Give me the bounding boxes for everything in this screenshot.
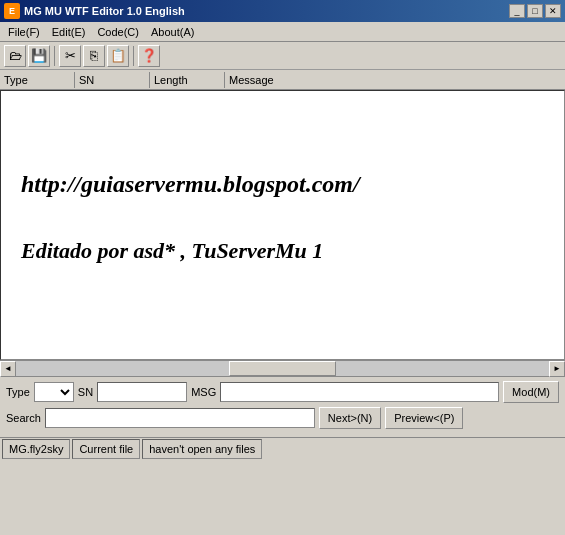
- form-area: Type SN MSG Mod(M) Search Next>(N) Previ…: [0, 376, 565, 437]
- sn-label: SN: [78, 386, 93, 398]
- maximize-button[interactable]: □: [527, 4, 543, 18]
- status-file-info: haven't open any files: [142, 439, 262, 459]
- toolbar-separator-2: [133, 46, 134, 66]
- paste-button[interactable]: 📋: [107, 45, 129, 67]
- search-input[interactable]: [45, 408, 315, 428]
- save-button[interactable]: 💾: [28, 45, 50, 67]
- msg-input[interactable]: [220, 382, 499, 402]
- form-row-2: Search Next>(N) Preview<(P): [6, 407, 559, 429]
- open-button[interactable]: 🗁: [4, 45, 26, 67]
- help-button[interactable]: ❓: [138, 45, 160, 67]
- cut-button[interactable]: ✂: [59, 45, 81, 67]
- title-controls: _ □ ✕: [509, 4, 561, 18]
- col-header-length: Length: [150, 72, 225, 88]
- watermark-url: http://guiaservermu.blogspot.com/: [21, 171, 544, 198]
- status-bar: MG.fly2sky Current file haven't open any…: [0, 437, 565, 459]
- title-bar-left: E MG MU WTF Editor 1.0 English: [4, 3, 185, 19]
- col-header-sn: SN: [75, 72, 150, 88]
- main-content[interactable]: http://guiaservermu.blogspot.com/ Editad…: [1, 91, 564, 359]
- type-label: Type: [6, 386, 30, 398]
- app-icon: E: [4, 3, 20, 19]
- help-icon: ❓: [141, 48, 157, 63]
- type-dropdown[interactable]: [34, 382, 74, 402]
- col-header-type: Type: [0, 72, 75, 88]
- cut-icon: ✂: [65, 48, 76, 63]
- col-header-message: Message: [225, 72, 565, 88]
- copy-icon: ⎘: [90, 48, 98, 63]
- msg-label: MSG: [191, 386, 216, 398]
- hscroll-left-button[interactable]: ◄: [0, 361, 16, 377]
- status-current-file: Current file: [72, 439, 140, 459]
- close-button[interactable]: ✕: [545, 4, 561, 18]
- status-app: MG.fly2sky: [2, 439, 70, 459]
- hscroll-track[interactable]: [16, 361, 549, 376]
- main-area: http://guiaservermu.blogspot.com/ Editad…: [0, 90, 565, 360]
- paste-icon: 📋: [110, 48, 126, 63]
- menu-code[interactable]: Code(C): [91, 24, 145, 40]
- hscroll-bar: ◄ ►: [0, 360, 565, 376]
- save-icon: 💾: [31, 48, 47, 63]
- hscroll-thumb[interactable]: [229, 361, 336, 376]
- menu-file[interactable]: File(F): [2, 24, 46, 40]
- table-header: Type SN Length Message: [0, 70, 565, 90]
- menu-edit[interactable]: Edit(E): [46, 24, 92, 40]
- toolbar-separator-1: [54, 46, 55, 66]
- copy-button[interactable]: ⎘: [83, 45, 105, 67]
- next-button[interactable]: Next>(N): [319, 407, 381, 429]
- window-title: MG MU WTF Editor 1.0 English: [24, 5, 185, 17]
- preview-button[interactable]: Preview<(P): [385, 407, 463, 429]
- open-icon: 🗁: [9, 48, 22, 63]
- mod-button[interactable]: Mod(M): [503, 381, 559, 403]
- minimize-button[interactable]: _: [509, 4, 525, 18]
- menu-bar: File(F) Edit(E) Code(C) About(A): [0, 22, 565, 42]
- hscroll-right-button[interactable]: ►: [549, 361, 565, 377]
- search-label: Search: [6, 412, 41, 424]
- sn-input[interactable]: [97, 382, 187, 402]
- menu-about[interactable]: About(A): [145, 24, 200, 40]
- form-row-1: Type SN MSG Mod(M): [6, 381, 559, 403]
- title-bar: E MG MU WTF Editor 1.0 English _ □ ✕: [0, 0, 565, 22]
- toolbar: 🗁 💾 ✂ ⎘ 📋 ❓: [0, 42, 565, 70]
- watermark-credit: Editado por asd* , TuServerMu 1: [21, 238, 544, 264]
